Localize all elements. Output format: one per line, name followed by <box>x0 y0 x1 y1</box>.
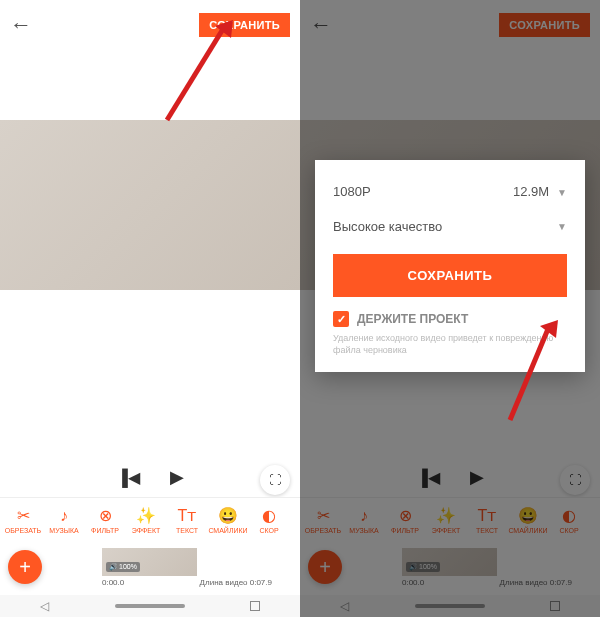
tool-фильтр[interactable]: ⊗ФИЛЬТР <box>86 506 124 534</box>
play-icon[interactable]: ▶ <box>170 466 184 488</box>
nav-back-icon[interactable]: ◁ <box>40 599 49 613</box>
checkbox-icon: ✓ <box>333 311 349 327</box>
смайлики-icon: 😀 <box>518 506 538 525</box>
export-dialog: 1080P 12.9M▼ Высокое качество ▼ СОХРАНИТ… <box>315 160 585 372</box>
tool-скор[interactable]: ◐СКОР <box>550 506 588 534</box>
quality-row[interactable]: Высокое качество ▼ <box>333 219 567 234</box>
tool-смайлики[interactable]: 😀СМАЙЛИКИ <box>509 506 547 534</box>
tool-row-right: ✂ОБРЕЗАТЬ♪МУЗЫКА⊗ФИЛЬТР✨ЭФФЕКТTᴛТЕКСТ😀СМ… <box>300 497 600 542</box>
tool-label: ОБРЕЗАТЬ <box>5 527 41 534</box>
editor-screen-left: ← СОХРАНИТЬ ▐◀ ▶ ⛶ ✂ОБРЕЗАТЬ♪МУЗЫКА⊗ФИЛЬ… <box>0 0 300 617</box>
nav-home-icon[interactable] <box>115 604 185 608</box>
topbar: ← СОХРАНИТЬ <box>0 0 300 50</box>
resolution-row[interactable]: 1080P 12.9M▼ <box>333 184 567 199</box>
skip-start-icon[interactable]: ▐◀ <box>416 468 439 487</box>
nav-recent-icon[interactable] <box>550 601 560 611</box>
tool-эффект[interactable]: ✨ЭФФЕКТ <box>127 506 165 534</box>
tool-label: ЭФФЕКТ <box>132 527 161 534</box>
video-length: Длина видео 0:07.9 <box>200 578 272 587</box>
video-preview[interactable] <box>0 120 300 290</box>
tool-label: ФИЛЬТР <box>391 527 419 534</box>
fullscreen-button[interactable]: ⛶ <box>260 465 290 495</box>
save-button[interactable]: СОХРАНИТЬ <box>499 13 590 37</box>
playback-controls: ▐◀ ▶ <box>300 457 600 497</box>
tool-label: ФИЛЬТР <box>91 527 119 534</box>
скор-icon: ◐ <box>562 506 576 525</box>
tool-label: СМАЙЛИКИ <box>508 527 547 534</box>
tool-label: ЭФФЕКТ <box>432 527 461 534</box>
timeline-clip[interactable]: 🔊100% <box>102 548 197 576</box>
tool-label: ТЕКСТ <box>476 527 498 534</box>
tool-обрезать[interactable]: ✂ОБРЕЗАТЬ <box>304 506 342 534</box>
editor-screen-right: ← СОХРАНИТЬ ▐◀ ▶ ⛶ ✂ОБРЕЗАТЬ♪МУЗЫКА⊗ФИЛЬ… <box>300 0 600 617</box>
add-clip-button[interactable]: + <box>308 550 342 584</box>
quality-value: Высокое качество <box>333 219 442 234</box>
nav-recent-icon[interactable] <box>250 601 260 611</box>
tool-эффект[interactable]: ✨ЭФФЕКТ <box>427 506 465 534</box>
смайлики-icon: 😀 <box>218 506 238 525</box>
nav-home-icon[interactable] <box>415 604 485 608</box>
skip-start-icon[interactable]: ▐◀ <box>116 468 139 487</box>
save-button[interactable]: СОХРАНИТЬ <box>199 13 290 37</box>
tool-label: МУЗЫКА <box>49 527 78 534</box>
эффект-icon: ✨ <box>136 506 156 525</box>
play-icon[interactable]: ▶ <box>470 466 484 488</box>
tool-label: ТЕКСТ <box>176 527 198 534</box>
tool-смайлики[interactable]: 😀СМАЙЛИКИ <box>209 506 247 534</box>
volume-badge: 🔊100% <box>406 562 440 572</box>
обрезать-icon: ✂ <box>317 506 330 525</box>
fullscreen-button[interactable]: ⛶ <box>560 465 590 495</box>
текст-icon: Tᴛ <box>178 506 197 525</box>
tool-фильтр[interactable]: ⊗ФИЛЬТР <box>386 506 424 534</box>
playback-controls: ▐◀ ▶ <box>0 457 300 497</box>
фильтр-icon: ⊗ <box>399 506 412 525</box>
tool-label: МУЗЫКА <box>349 527 378 534</box>
tool-label: СМАЙЛИКИ <box>208 527 247 534</box>
tool-label: СКОР <box>259 527 278 534</box>
nav-back-icon[interactable]: ◁ <box>340 599 349 613</box>
tool-обрезать[interactable]: ✂ОБРЕЗАТЬ <box>4 506 42 534</box>
chevron-down-icon: ▼ <box>557 221 567 232</box>
музыка-icon: ♪ <box>60 507 68 525</box>
скор-icon: ◐ <box>262 506 276 525</box>
chevron-down-icon: ▼ <box>557 187 567 198</box>
topbar: ← СОХРАНИТЬ <box>300 0 600 50</box>
timeline: + 🔊100% 0:00.0 Длина видео 0:07.9 <box>0 542 300 592</box>
tool-музыка[interactable]: ♪МУЗЫКА <box>45 507 83 534</box>
back-icon[interactable]: ← <box>10 12 32 38</box>
back-icon[interactable]: ← <box>310 12 332 38</box>
tool-текст[interactable]: TᴛТЕКСТ <box>468 506 506 534</box>
volume-badge: 🔊100% <box>106 562 140 572</box>
android-navbar: ◁ <box>0 595 300 617</box>
resolution-value: 1080P <box>333 184 371 199</box>
filesize-value: 12.9M <box>513 184 549 199</box>
tool-музыка[interactable]: ♪МУЗЫКА <box>345 507 383 534</box>
фильтр-icon: ⊗ <box>99 506 112 525</box>
tool-label: СКОР <box>559 527 578 534</box>
timeline: + 🔊100% 0:00.0 Длина видео 0:07.9 <box>300 542 600 592</box>
android-navbar: ◁ <box>300 595 600 617</box>
timeline-clip[interactable]: 🔊100% <box>402 548 497 576</box>
музыка-icon: ♪ <box>360 507 368 525</box>
обрезать-icon: ✂ <box>17 506 30 525</box>
dialog-note: Удаление исходного видео приведет к повр… <box>333 333 567 356</box>
time-start: 0:00.0 <box>402 578 424 587</box>
текст-icon: Tᴛ <box>478 506 497 525</box>
add-clip-button[interactable]: + <box>8 550 42 584</box>
keep-project-checkbox[interactable]: ✓ ДЕРЖИТЕ ПРОЕКТ <box>333 311 567 327</box>
эффект-icon: ✨ <box>436 506 456 525</box>
video-length: Длина видео 0:07.9 <box>500 578 572 587</box>
tool-row-left: ✂ОБРЕЗАТЬ♪МУЗЫКА⊗ФИЛЬТР✨ЭФФЕКТTᴛТЕКСТ😀СМ… <box>0 497 300 542</box>
tool-label: ОБРЕЗАТЬ <box>305 527 341 534</box>
tool-скор[interactable]: ◐СКОР <box>250 506 288 534</box>
dialog-save-button[interactable]: СОХРАНИТЬ <box>333 254 567 297</box>
time-start: 0:00.0 <box>102 578 124 587</box>
tool-текст[interactable]: TᴛТЕКСТ <box>168 506 206 534</box>
